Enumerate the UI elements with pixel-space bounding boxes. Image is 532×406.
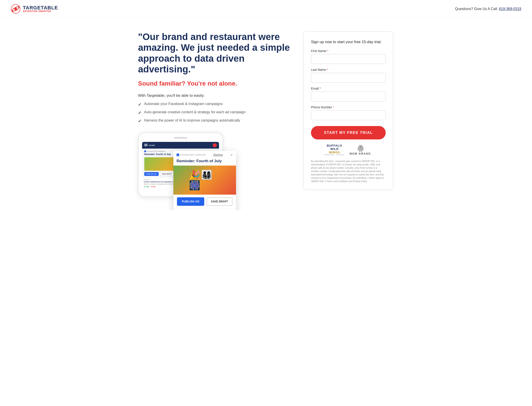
hamburger-icon <box>144 144 147 147</box>
logo-tagline: ADVERTISE SMARTER <box>23 10 58 13</box>
feature-text-2: Auto-generate creative content & strateg… <box>144 110 246 114</box>
big-card-header: ✓ SUGGESTED CAMPAIGN Dismiss ✕ <box>173 151 236 159</box>
legal-text: By submitting this form, I expressly giv… <box>311 160 386 183</box>
check-icon-2: ✓ <box>138 110 141 115</box>
feature-text-3: Harness the power of AI to improve campa… <box>144 118 240 123</box>
svg-point-7 <box>360 146 362 148</box>
app-avatar <box>213 143 217 147</box>
feature-item-3: ✓ Harness the power of AI to improve cam… <box>138 118 290 123</box>
big-card-title: Reminder: Fourth of July <box>173 159 236 166</box>
main-layout: "Our brand and restaurant were amazing. … <box>127 18 405 210</box>
logo-name: TARGETABLE <box>23 5 58 10</box>
no-label: NO <box>153 186 156 188</box>
submit-button[interactable]: START MY FREE TRIAL <box>311 126 386 139</box>
big-card-suggested-text: SUGGESTED CAMPAIGN <box>180 154 206 156</box>
phone-required: * <box>333 105 334 109</box>
big-card-footer: Publish Edit <box>173 209 236 210</box>
hero-quote: "Our brand and restaurant were amazing. … <box>138 31 290 75</box>
no-button[interactable]: NO <box>151 186 156 188</box>
svg-point-3 <box>14 7 17 10</box>
logo-text: TARGETABLE ADVERTISE SMARTER <box>23 5 58 13</box>
suggested-label-text: SUGGESTED CAMPAIGN <box>147 151 165 152</box>
phone-group: Phone Number * <box>311 105 386 120</box>
first-name-group: First Name * <box>311 49 386 64</box>
draft-big-button[interactable]: SAVE DRAFT <box>207 197 232 206</box>
app-logo-small: HOME <box>149 144 155 146</box>
check-blue-big-icon: ✓ <box>177 153 179 156</box>
email-required: * <box>320 87 321 90</box>
publish-big-button[interactable]: PUBLISH AD <box>177 197 204 206</box>
features-list: ✓ Automate your Facebook & Instagram cam… <box>138 102 290 123</box>
no-circle-icon <box>151 186 153 188</box>
signup-form: Sign up now to start your free 15-day tr… <box>304 31 393 189</box>
last-name-group: Last Name * <box>311 68 386 83</box>
targetable-logo-icon <box>11 4 21 14</box>
bww-wings-text: WINGS <box>329 151 340 154</box>
first-name-required: * <box>327 49 328 53</box>
logo-area: TARGETABLE ADVERTISE SMARTER <box>11 4 58 14</box>
phone-mockup-area: HOME SUGGESTED CAMPAIGN Reminder: Fourth… <box>138 132 290 197</box>
header-contact: Questions? Give Us A Call: 619-369-0319 <box>455 7 521 11</box>
app-header: HOME <box>142 142 219 149</box>
last-name-input[interactable] <box>311 73 386 83</box>
first-name-label: First Name * <box>311 49 386 53</box>
mgm-logo: MGM GRAND. <box>349 144 372 155</box>
with-targetable-text: With Targetable, you'll be able to easil… <box>138 93 290 98</box>
check-icon-3: ✓ <box>138 119 141 123</box>
app-header-left: HOME <box>144 144 155 147</box>
left-content: "Our brand and restaurant were amazing. … <box>138 31 290 197</box>
last-name-label: Last Name * <box>311 68 386 72</box>
check-icon-1: ✓ <box>138 102 141 107</box>
bww-sub: WING BAR · SPORTS <box>325 154 344 156</box>
email-input[interactable] <box>311 92 386 102</box>
first-name-input[interactable] <box>311 54 386 64</box>
big-card-actions: PUBLISH AD SAVE DRAFT <box>173 195 236 209</box>
email-group: Email * <box>311 87 386 102</box>
publish-small-button[interactable]: PUBLISH AD <box>144 172 159 176</box>
last-name-required: * <box>327 68 328 72</box>
mgm-text: MGM GRAND. <box>349 152 372 155</box>
close-icon[interactable]: ✕ <box>230 153 233 157</box>
subheading-red: Sound familiar? You're not alone. <box>138 80 290 87</box>
email-label: Email * <box>311 87 386 90</box>
trust-logos: BUFFALO WILD WINGS WING BAR · SPORTS <box>311 144 386 156</box>
bww-line1: BUFFALO <box>327 144 342 147</box>
feature-item-1: ✓ Automate your Facebook & Instagram cam… <box>138 102 290 107</box>
yes-button[interactable]: YES <box>144 186 149 188</box>
svg-rect-11 <box>361 151 362 152</box>
big-card-label: ✓ SUGGESTED CAMPAIGN <box>177 153 206 156</box>
feature-text-1: Automate your Facebook & Instagram campa… <box>144 102 223 106</box>
phone-speaker <box>174 137 187 139</box>
bww-line2: WILD <box>330 147 338 151</box>
big-card-img <box>173 166 236 195</box>
phone-input[interactable] <box>311 110 386 120</box>
contact-prefix: Questions? Give Us A Call: <box>455 7 498 11</box>
bww-text: BUFFALO WILD WINGS WING BAR · SPORTS <box>325 144 344 156</box>
dismiss-link[interactable]: Dismiss <box>210 153 226 156</box>
site-header: TARGETABLE ADVERTISE SMARTER Questions? … <box>0 0 532 18</box>
draft-small-button[interactable]: SAVE DRAFT <box>160 172 174 176</box>
yes-label: YES <box>146 186 149 188</box>
mgm-lion-icon <box>355 144 366 152</box>
check-blue-icon <box>144 150 146 152</box>
big-campaign-card: ✓ SUGGESTED CAMPAIGN Dismiss ✕ Reminder:… <box>173 151 236 210</box>
phone-label: Phone Number * <box>311 105 386 109</box>
phone-outer: HOME SUGGESTED CAMPAIGN Reminder: Fourth… <box>138 132 223 197</box>
bww-logo: BUFFALO WILD WINGS WING BAR · SPORTS <box>325 144 344 156</box>
phone-link[interactable]: 619-369-0319 <box>499 7 521 11</box>
feature-item-2: ✓ Auto-generate creative content & strat… <box>138 110 290 115</box>
form-title: Sign up now to start your free 15-day tr… <box>311 40 386 44</box>
yes-circle-icon <box>144 186 146 188</box>
svg-rect-10 <box>359 151 360 152</box>
